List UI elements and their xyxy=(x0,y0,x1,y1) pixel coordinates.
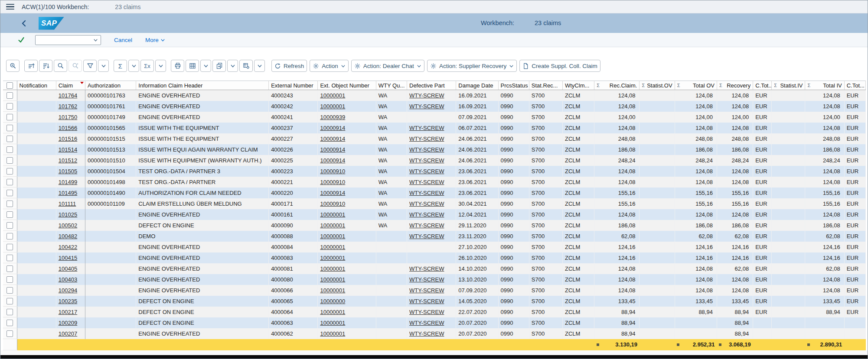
ext-object-link[interactable]: 10000914 xyxy=(320,125,345,131)
ext-object-link[interactable]: 10000001 xyxy=(320,244,345,250)
command-combobox[interactable] xyxy=(35,35,101,45)
defective-part-link[interactable]: WTY-SCREW xyxy=(409,222,444,229)
claim-link[interactable]: 100482 xyxy=(59,233,77,239)
defective-part-link[interactable]: WTY-SCREW xyxy=(409,136,444,142)
claim-link[interactable]: 101025 xyxy=(59,211,77,218)
defective-part-link[interactable]: WTY-SCREW xyxy=(409,320,444,326)
defective-part-link[interactable]: WTY-SCREW xyxy=(409,233,444,239)
column-header-authorization[interactable]: Authorization xyxy=(85,81,136,90)
subtotal-button[interactable]: Σx xyxy=(140,60,154,72)
column-header-defective_part[interactable]: Defective Part xyxy=(407,81,456,90)
more-button[interactable]: More xyxy=(145,37,165,43)
claim-link[interactable]: 100403 xyxy=(59,276,77,283)
claim-link[interactable]: 100422 xyxy=(59,244,77,250)
row-checkbox[interactable] xyxy=(7,136,13,142)
sort-ascending-button[interactable] xyxy=(24,60,38,72)
row-checkbox[interactable] xyxy=(7,201,13,207)
row-checkbox[interactable] xyxy=(7,125,13,131)
row-checkbox[interactable] xyxy=(7,114,13,120)
column-header-statist_ov[interactable]: ΣStatist.OV xyxy=(640,81,675,90)
column-header-info_header[interactable]: Information Claim Header xyxy=(136,81,269,90)
views-button[interactable] xyxy=(186,60,199,72)
column-header-wty_qu[interactable]: WTY Qu... xyxy=(376,81,407,90)
defective-part-link[interactable]: WTY-SCREW xyxy=(409,309,444,315)
defective-part-link[interactable]: WTY-SCREW xyxy=(409,146,444,153)
select-all-checkbox[interactable] xyxy=(7,82,13,89)
ext-object-link[interactable]: 10000001 xyxy=(320,309,345,315)
defective-part-link[interactable]: WTY-SCREW xyxy=(409,265,444,272)
row-checkbox[interactable] xyxy=(7,168,13,175)
defective-part-link[interactable]: WTY-SCREW xyxy=(409,201,444,207)
ext-object-link[interactable]: 10000914 xyxy=(320,190,345,196)
column-header-total_iv[interactable]: ΣTotal IV xyxy=(805,81,844,90)
export-button[interactable] xyxy=(212,60,226,72)
ext-object-link[interactable]: 10000001 xyxy=(320,330,345,337)
print-button[interactable] xyxy=(171,60,184,72)
menu-icon[interactable] xyxy=(6,3,14,11)
defective-part-link[interactable]: WTY-SCREW xyxy=(409,125,444,131)
defective-part-link[interactable]: WTY-SCREW xyxy=(409,168,444,175)
row-checkbox[interactable] xyxy=(7,309,13,315)
claim-link[interactable]: 100207 xyxy=(59,330,77,337)
ext-object-link[interactable]: 10000001 xyxy=(320,233,345,239)
column-header-c_tot1[interactable]: C.Tot... xyxy=(753,81,772,90)
combobox-dropdown-button[interactable] xyxy=(91,36,101,45)
command-input[interactable] xyxy=(36,36,91,45)
ext-object-link[interactable]: 10000001 xyxy=(320,276,345,283)
row-checkbox[interactable] xyxy=(7,265,13,272)
layout-menu-button[interactable] xyxy=(254,60,265,72)
row-checkbox[interactable] xyxy=(7,298,13,304)
claim-link[interactable]: 101762 xyxy=(59,103,77,110)
claim-link[interactable]: 101566 xyxy=(59,125,77,131)
ext-object-link[interactable]: 10000001 xyxy=(320,320,345,326)
action-dealer-chat-button[interactable]: Action: Dealer Chat xyxy=(351,60,424,72)
row-checkbox[interactable] xyxy=(7,287,13,294)
ext-object-link[interactable]: 10000000 xyxy=(320,298,345,304)
ext-object-link[interactable]: 10000910 xyxy=(320,201,345,207)
row-checkbox[interactable] xyxy=(7,330,13,337)
column-header-c_tot2[interactable]: C.Tot... xyxy=(844,81,865,90)
claim-link[interactable]: 101499 xyxy=(59,179,77,185)
claim-link[interactable]: 100294 xyxy=(59,287,77,294)
claim-link[interactable]: 100415 xyxy=(59,255,77,261)
column-header-ext_object[interactable]: Ext. Object Number xyxy=(318,81,376,90)
claim-link[interactable]: 100235 xyxy=(59,298,77,304)
defective-part-link[interactable]: WTY-SCREW xyxy=(409,157,444,164)
row-checkbox[interactable] xyxy=(7,211,13,218)
display-details-button[interactable] xyxy=(6,60,20,72)
column-header-recovery[interactable]: ΣRecovery xyxy=(717,81,753,90)
column-header-total_ov[interactable]: ΣTotal OV xyxy=(675,81,717,90)
row-checkbox[interactable] xyxy=(7,146,13,153)
ext-object-link[interactable]: 10000910 xyxy=(320,179,345,185)
claim-link[interactable]: 101111 xyxy=(59,201,76,207)
claim-link[interactable]: 100405 xyxy=(59,265,77,272)
subtotal-menu-button[interactable] xyxy=(155,60,166,72)
claim-link[interactable]: 101516 xyxy=(59,136,77,142)
export-menu-button[interactable] xyxy=(227,60,238,72)
ext-object-link[interactable]: 10000001 xyxy=(320,92,345,99)
cancel-button[interactable]: Cancel xyxy=(114,37,132,43)
find-button[interactable] xyxy=(54,60,67,72)
column-header-damage_date[interactable]: Damage Date xyxy=(456,81,498,90)
claim-link[interactable]: 100209 xyxy=(59,320,77,326)
refresh-button[interactable]: Refresh xyxy=(271,60,307,72)
claim-link[interactable]: 101512 xyxy=(59,157,77,164)
row-checkbox[interactable] xyxy=(7,244,13,250)
row-checkbox[interactable] xyxy=(7,222,13,229)
column-header-statist_iv[interactable]: ΣStatist.IV xyxy=(772,81,805,90)
total-button[interactable]: Σ xyxy=(114,60,127,72)
column-header-prcs_status[interactable]: PrcsStatus xyxy=(498,81,529,90)
column-header-claim[interactable]: Claim xyxy=(56,81,85,90)
back-button[interactable] xyxy=(20,19,27,27)
column-header-notification[interactable]: Notification xyxy=(17,81,56,90)
create-suppl-coll-claim-button[interactable]: Create Suppl. Coll. Claim xyxy=(519,60,600,72)
claim-link[interactable]: 101505 xyxy=(59,168,77,175)
sort-descending-button[interactable] xyxy=(39,60,52,72)
defective-part-link[interactable]: WTY-SCREW xyxy=(409,179,444,185)
claim-link[interactable]: 101764 xyxy=(59,92,77,99)
filter-menu-button[interactable] xyxy=(98,60,109,72)
defective-part-link[interactable]: WTY-SCREW xyxy=(409,92,444,99)
ext-object-link[interactable]: 10000914 xyxy=(320,157,345,164)
defective-part-link[interactable]: WTY-SCREW xyxy=(409,190,444,196)
ext-object-link[interactable]: 10000001 xyxy=(320,287,345,294)
